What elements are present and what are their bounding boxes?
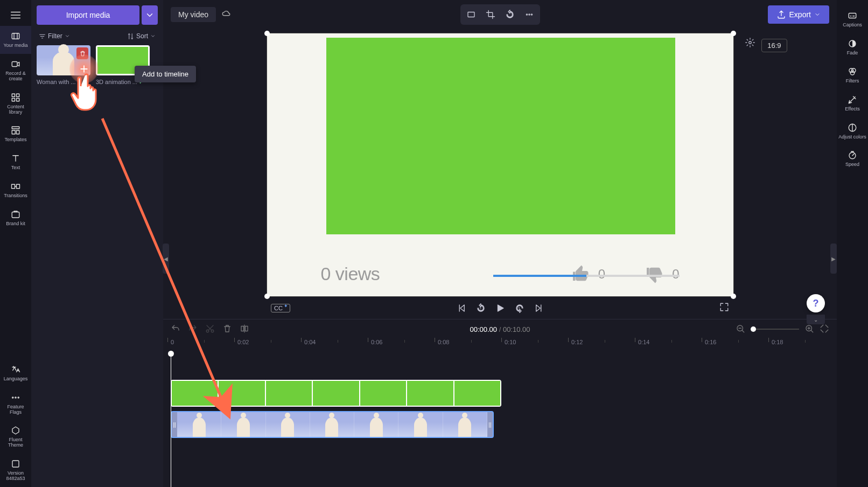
sidebar-label: Fade bbox=[847, 51, 858, 56]
split-icon[interactable] bbox=[240, 324, 249, 335]
sort-label: Sort bbox=[136, 32, 148, 40]
playhead[interactable] bbox=[171, 353, 171, 487]
timeline-ruler[interactable]: 00:020:040:060:080:100:120:140:160:18 bbox=[171, 339, 837, 353]
sidebar-text[interactable]: Text bbox=[0, 148, 31, 176]
sidebar-brand-kit[interactable]: Brand kit bbox=[0, 204, 31, 232]
svg-rect-1 bbox=[12, 61, 17, 66]
collapse-panel-left[interactable]: ◀ bbox=[163, 244, 169, 274]
rewind-icon[interactable]: 5 bbox=[476, 303, 486, 313]
svg-rect-2 bbox=[12, 94, 15, 96]
sidebar-content-library[interactable]: Content library bbox=[0, 87, 31, 121]
ruler-tick: 0:12 bbox=[571, 339, 583, 345]
views-count: 0 views bbox=[321, 263, 380, 284]
timeline-timecode: 00:00.00 / 00:10.00 bbox=[470, 325, 530, 333]
sidebar-effects[interactable]: Effects bbox=[837, 89, 868, 117]
left-sidebar: Your media Record & create Content libra… bbox=[0, 0, 31, 487]
sort-control[interactable]: Sort bbox=[127, 32, 156, 40]
sidebar-label: Effects bbox=[845, 107, 859, 112]
help-dropdown[interactable]: ⌄ bbox=[807, 315, 825, 324]
clip-handle-right[interactable]: || bbox=[487, 412, 493, 437]
svg-rect-15 bbox=[12, 461, 19, 467]
fit-icon[interactable] bbox=[463, 7, 479, 22]
green-screen-content bbox=[326, 38, 675, 234]
sidebar-transitions[interactable]: Transitions bbox=[0, 176, 31, 204]
filter-control[interactable]: Filter bbox=[39, 32, 70, 40]
dislike-count: 0 bbox=[672, 267, 679, 282]
sidebar-your-media[interactable]: Your media bbox=[0, 26, 31, 54]
svg-point-18 bbox=[528, 14, 529, 15]
preview-canvas[interactable]: 0 views 0 0 16:9 bbox=[267, 33, 733, 296]
svg-point-20 bbox=[748, 41, 751, 44]
svg-rect-5 bbox=[17, 98, 19, 101]
svg-point-32 bbox=[852, 68, 856, 73]
svg-point-14 bbox=[18, 397, 19, 398]
sidebar-label: Text bbox=[11, 165, 20, 171]
sidebar-label: Version 8482a53 bbox=[1, 471, 30, 482]
hand-cursor-icon bbox=[70, 70, 108, 113]
more-icon[interactable] bbox=[521, 7, 537, 22]
play-icon[interactable] bbox=[495, 303, 505, 313]
sidebar-fade[interactable]: Fade bbox=[837, 33, 868, 61]
export-button[interactable]: Export bbox=[768, 5, 829, 24]
sidebar-version[interactable]: Version 8482a53 bbox=[0, 454, 31, 487]
total-time: 00:10.00 bbox=[503, 325, 530, 333]
project-title[interactable]: My video bbox=[171, 7, 216, 22]
topbar: My video Export bbox=[163, 0, 837, 29]
sidebar-label: Feature Flags bbox=[1, 405, 30, 415]
sidebar-speed[interactable]: Speed bbox=[837, 145, 868, 173]
zoom-fit-icon[interactable] bbox=[820, 324, 829, 335]
svg-text:5: 5 bbox=[518, 307, 520, 310]
import-dropdown[interactable] bbox=[142, 5, 158, 25]
settings-icon[interactable] bbox=[745, 38, 755, 50]
add-to-timeline-tooltip: Add to timeline bbox=[135, 66, 196, 82]
sidebar-captions[interactable]: Captions bbox=[837, 5, 868, 33]
progress-bar bbox=[493, 275, 680, 277]
rotate-icon[interactable] bbox=[502, 7, 518, 22]
crop-icon[interactable] bbox=[482, 7, 499, 22]
sidebar-label: Filters bbox=[846, 79, 859, 84]
ruler-tick: 0 bbox=[171, 339, 174, 345]
trash-icon[interactable] bbox=[222, 324, 232, 335]
svg-rect-8 bbox=[17, 130, 19, 134]
ruler-tick: 0:16 bbox=[705, 339, 716, 345]
svg-point-19 bbox=[531, 14, 532, 15]
forward-icon[interactable]: 5 bbox=[515, 303, 524, 313]
ruler-tick: 0:08 bbox=[438, 339, 449, 345]
aspect-ratio-badge[interactable]: 16:9 bbox=[761, 39, 787, 52]
timeline-tracks[interactable]: || || bbox=[163, 353, 837, 487]
resize-handle[interactable] bbox=[731, 31, 736, 36]
skip-back-icon[interactable] bbox=[457, 303, 466, 313]
sidebar-adjust-colors[interactable]: Adjust colors bbox=[837, 117, 868, 145]
import-media-button[interactable]: Import media bbox=[37, 5, 139, 25]
zoom-in-icon[interactable] bbox=[804, 324, 814, 335]
svg-point-12 bbox=[12, 397, 13, 398]
cc-icon[interactable]: CC bbox=[271, 304, 290, 312]
zoom-slider[interactable] bbox=[751, 329, 799, 330]
resize-handle[interactable] bbox=[264, 31, 270, 36]
sidebar-label: Fluent Theme bbox=[1, 437, 30, 448]
redo-icon[interactable] bbox=[188, 324, 198, 335]
menu-icon[interactable] bbox=[5, 4, 26, 26]
canvas-tools bbox=[460, 4, 540, 25]
sidebar-feature-flags[interactable]: Feature Flags bbox=[0, 387, 31, 421]
sidebar-label: Templates bbox=[4, 137, 26, 143]
zoom-out-icon[interactable] bbox=[736, 324, 745, 335]
fullscreen-icon[interactable] bbox=[719, 302, 729, 314]
clip-woman-video[interactable]: || || bbox=[171, 411, 494, 438]
cut-icon[interactable] bbox=[205, 324, 215, 335]
sidebar-languages[interactable]: Languages bbox=[0, 359, 31, 387]
sidebar-record-create[interactable]: Record & create bbox=[0, 54, 31, 87]
skip-forward-icon[interactable] bbox=[534, 303, 544, 313]
svg-rect-9 bbox=[12, 184, 15, 189]
clip-handle-left[interactable]: || bbox=[172, 412, 177, 437]
collapse-panel-right[interactable]: ▶ bbox=[830, 244, 837, 274]
help-button[interactable]: ? bbox=[807, 294, 825, 312]
undo-icon[interactable] bbox=[171, 324, 180, 335]
sidebar-label: Brand kit bbox=[6, 221, 25, 227]
clip-green-screen[interactable] bbox=[171, 380, 501, 407]
cloud-sync-icon[interactable] bbox=[221, 9, 231, 20]
sidebar-templates[interactable]: Templates bbox=[0, 120, 31, 148]
sidebar-label: Record & create bbox=[1, 71, 30, 82]
sidebar-filters[interactable]: Filters bbox=[837, 61, 868, 89]
sidebar-fluent-theme[interactable]: Fluent Theme bbox=[0, 420, 31, 454]
